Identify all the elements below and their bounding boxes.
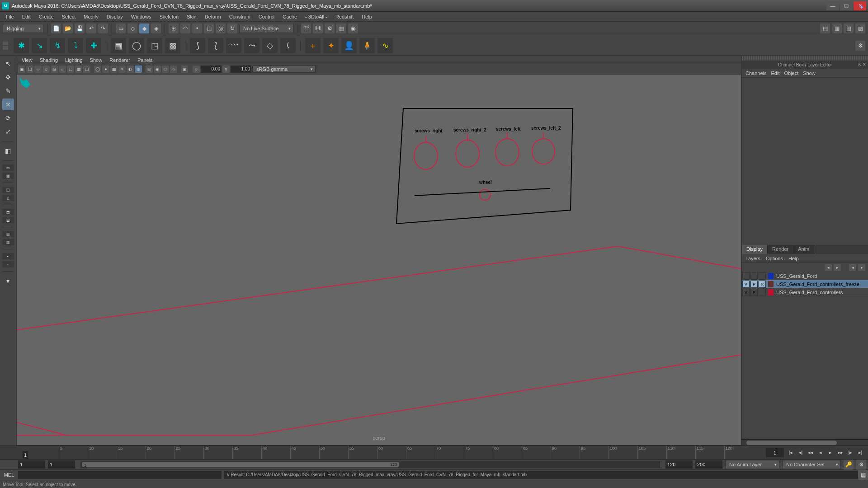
cmd-language-label[interactable]: MEL [0, 472, 18, 478]
shelf-cube-icon[interactable]: ◳ [147, 38, 162, 53]
layer-vis-toggle[interactable] [742, 272, 750, 280]
new-scene-icon[interactable]: 📄 [51, 23, 61, 33]
menu-deform[interactable]: Deform [201, 13, 225, 21]
play-back-icon[interactable]: ◂ [816, 448, 826, 457]
exposure-field[interactable]: 0.00 [201, 66, 222, 73]
move-tool-icon[interactable]: ⤧ [2, 99, 14, 110]
cam-image-icon[interactable]: ▱ [34, 66, 42, 73]
layer-name[interactable]: USS_Gerald_Ford [774, 273, 817, 279]
layout-bottom-icon[interactable]: ⬓ [2, 217, 14, 223]
layer-menu-layers[interactable]: Layers [745, 256, 760, 261]
open-scene-icon[interactable]: 📂 [63, 23, 73, 33]
shelf-quickrig-icon[interactable]: 🧍 [359, 38, 375, 53]
shelf-flex-icon[interactable]: ⤳ [244, 38, 259, 53]
layer-play-toggle[interactable]: P [750, 281, 758, 288]
panel-menu-shading[interactable]: Shading [36, 56, 61, 64]
menu-modify[interactable]: Modify [80, 13, 102, 21]
shelf-detach-skin-icon[interactable]: ⟅ [208, 38, 223, 53]
hw-icon[interactable]: ◎ [146, 66, 153, 73]
snap-live-icon[interactable]: ◎ [216, 23, 226, 33]
last-tool-icon[interactable]: ◧ [2, 145, 14, 157]
current-frame-field[interactable]: 1 [766, 448, 784, 457]
view-res-icon[interactable]: ▦ [75, 66, 82, 73]
view-compass-icon[interactable]: ✦ [859, 4, 864, 11]
ao-icon[interactable]: ◉ [154, 66, 161, 73]
go-start-icon[interactable]: |◂ [786, 448, 796, 457]
layer-color-swatch[interactable] [768, 281, 774, 287]
layer-name[interactable]: USS_Gerald_Ford_controllers_freeze [774, 282, 859, 287]
shelf-joint-tool-icon[interactable]: ✱ [14, 38, 29, 53]
layer-movedown-icon[interactable]: ▸ [834, 264, 841, 271]
ipr-render-icon[interactable]: 🎞 [313, 23, 323, 33]
layout-vert-icon[interactable]: ▯ [2, 195, 14, 201]
render-settings-icon[interactable]: ⚙ [325, 23, 335, 33]
layout-anim-icon[interactable]: ▥ [2, 239, 14, 245]
snap-grid-icon[interactable]: ⊞ [169, 23, 179, 33]
menu-cache[interactable]: Cache [278, 13, 301, 21]
menu-file[interactable]: File [2, 13, 18, 21]
menu-windows[interactable]: Windows [127, 13, 156, 21]
layout-four-icon[interactable]: ▦ [2, 173, 14, 179]
time-cursor[interactable]: 1 [23, 451, 28, 459]
save-scene-icon[interactable]: 💾 [75, 23, 85, 33]
lasso-tool-icon[interactable]: ✥ [2, 71, 14, 83]
shelf-expressions-icon[interactable]: ∿ [377, 38, 393, 53]
step-back-icon[interactable]: ◂◂ [806, 448, 816, 457]
layer-ref-toggle[interactable]: R [759, 281, 766, 288]
range-end-inner[interactable]: 120 [665, 460, 693, 469]
range-start-inner[interactable]: 1 [48, 460, 75, 469]
close-panel-icon[interactable]: ✕ [863, 62, 866, 67]
render-current-icon[interactable]: 🎬 [301, 23, 311, 33]
window-minimize-button[interactable]: — [826, 1, 839, 10]
shelf-point-constraint-icon[interactable]: ✦ [323, 38, 339, 53]
tab-display[interactable]: Display [742, 245, 768, 254]
autokey-icon[interactable]: 🔑 [844, 460, 854, 469]
script-editor-icon[interactable]: ▤ [858, 470, 868, 480]
shade-shadow-icon[interactable]: ◐ [127, 66, 134, 73]
range-start-outer[interactable]: 1 [18, 460, 45, 469]
layout-script-icon[interactable]: ▪ [2, 253, 14, 259]
select-tool-icon[interactable]: ↖ [2, 58, 14, 70]
layer-row[interactable]: USS_Gerald_Ford [742, 272, 868, 280]
motion-icon[interactable]: ◌ [162, 66, 169, 73]
layer-vis-toggle[interactable]: V [742, 289, 750, 296]
gamma-icon[interactable]: γ [222, 66, 230, 73]
layer-hscrollbar[interactable] [742, 439, 868, 446]
layer-color-swatch[interactable] [768, 273, 774, 279]
play-fwd-icon[interactable]: ▸ [826, 448, 835, 457]
menu-select[interactable]: Select [58, 13, 80, 21]
aa-icon[interactable]: ○ [170, 66, 177, 73]
panel-menu-panels[interactable]: Panels [134, 56, 156, 64]
layer-play-toggle[interactable] [750, 272, 758, 280]
layer-color-swatch[interactable] [768, 289, 774, 296]
channel-menu-edit[interactable]: Edit [771, 70, 779, 76]
panel-menu-view[interactable]: View [18, 56, 36, 64]
tab-anim[interactable]: Anim [793, 245, 814, 254]
layer-menu-help[interactable]: Help [788, 256, 799, 261]
shelf-insert-joint-icon[interactable]: ⤵ [68, 38, 83, 53]
menu-3dtoall[interactable]: - 3DtoAll - [301, 13, 331, 21]
step-back-key-icon[interactable]: ◂| [796, 448, 806, 457]
select-object-icon[interactable]: ◇ [127, 23, 137, 33]
shelf-mirror-joint-icon[interactable]: ✚ [86, 38, 101, 53]
shade-xray-icon[interactable]: ◍ [135, 66, 142, 73]
shelf-lattice2-icon[interactable]: ▩ [165, 38, 180, 53]
menu-redshift[interactable]: Redshift [331, 13, 358, 21]
panel-layout-1-icon[interactable]: ▤ [820, 23, 830, 33]
character-set-dropdown[interactable]: No Character Set [782, 460, 841, 469]
snap-point-icon[interactable]: • [192, 23, 202, 33]
right-panel-handle[interactable] [742, 56, 868, 61]
shade-smooth-icon[interactable]: ● [102, 66, 109, 73]
paint-select-tool-icon[interactable]: ✎ [2, 85, 14, 97]
menu-control[interactable]: Control [255, 13, 278, 21]
range-end-outer[interactable]: 200 [695, 460, 722, 469]
range-slider[interactable]: 1120 [80, 461, 660, 468]
rotate-tool-icon[interactable]: ⟳ [2, 112, 14, 124]
view-film-icon[interactable]: ▭ [59, 66, 66, 73]
panel-layout-2-icon[interactable]: ▥ [832, 23, 842, 33]
layer-moveup-icon[interactable]: ◂ [825, 264, 832, 271]
layer-row[interactable]: V P R USS_Gerald_Ford_controllers_freeze [742, 280, 868, 288]
live-surface-dropdown[interactable]: No Live Surface [239, 24, 293, 33]
menu-constrain[interactable]: Constrain [225, 13, 255, 21]
step-fwd-key-icon[interactable]: |▸ [845, 448, 855, 457]
